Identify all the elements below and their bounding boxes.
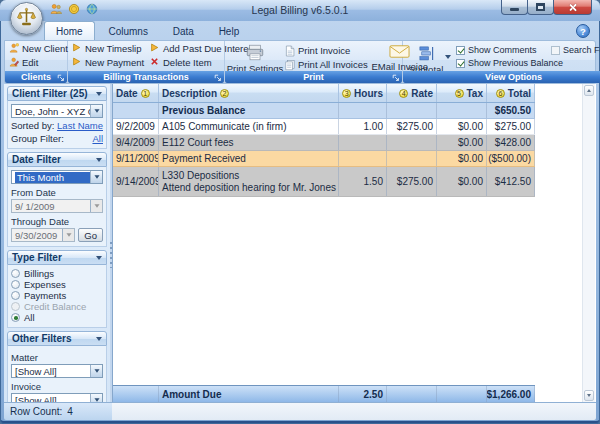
from-date-label: From Date	[11, 187, 103, 198]
dialog-launcher-icon[interactable]	[214, 73, 222, 81]
from-date-input[interactable]: 9/ 1/2009	[11, 199, 103, 213]
ribbon-item-label: Delete Item	[163, 57, 212, 68]
checkbox-icon	[456, 59, 465, 68]
invoice-select[interactable]: [Show All]	[11, 393, 103, 402]
edit-client-button[interactable]: Edit	[9, 57, 63, 67]
cell-date: 9/11/2009	[113, 151, 159, 166]
column-header-rate[interactable]: 4Rate	[387, 84, 437, 102]
radio-icon	[11, 313, 20, 322]
dropdown-button[interactable]	[90, 365, 102, 377]
minimize-button[interactable]	[501, 0, 528, 15]
cell-description: L330 DepositionsAttend deposition hearin…	[159, 167, 339, 196]
column-badge: 5	[455, 89, 464, 98]
client-filter-select[interactable]: Doe, John - XYZ Corporation	[11, 104, 103, 118]
tab-columns[interactable]: Columns	[97, 22, 158, 41]
globe-icon[interactable]	[86, 3, 98, 15]
ribbon-item-label: New Client	[22, 43, 68, 54]
client-filter-header[interactable]: Client Filter (25)	[7, 86, 107, 101]
dialog-launcher-icon[interactable]	[392, 73, 400, 81]
table-row[interactable]: 9/11/2009Payment Received$0.00($500.00)	[113, 151, 535, 167]
ribbon-group-billing-transactions: New TimeslipNew PaymentNew Expense Add P…	[68, 41, 225, 83]
cell-tax: $0.00	[437, 151, 487, 166]
other-filters-header[interactable]: Other Filters	[7, 331, 107, 346]
search-footer-checkbox[interactable]: Search Footer	[551, 45, 600, 55]
radio-credit-balance: Credit Balance	[11, 301, 103, 312]
table-row[interactable]: 9/14/2009L330 DepositionsAttend depositi…	[113, 167, 535, 197]
clients-icon[interactable]	[50, 3, 62, 15]
column-header-hours[interactable]: 3Hours	[339, 84, 387, 102]
column-header-tax[interactable]: 5Tax	[437, 84, 487, 102]
date-preset-value: This Month	[15, 172, 90, 183]
through-date-value: 9/30/2009	[15, 230, 62, 241]
grid-empty-area	[113, 197, 596, 385]
checkbox-show-previous-balance[interactable]: Show Previous Balance	[456, 58, 546, 68]
tab-home[interactable]: Home	[44, 21, 95, 40]
cell-description: E112 Court fees	[159, 135, 339, 150]
amount-due-total: $1,266.00	[487, 386, 535, 402]
ribbon-group-view-options: Subtotal Show CommentsShow Previous Bala…	[403, 41, 600, 83]
column-header-description[interactable]: Description2	[159, 84, 339, 102]
help-button[interactable]: ?	[576, 24, 590, 38]
app-menu-button[interactable]	[10, 2, 43, 35]
dropdown-button[interactable]	[90, 394, 102, 402]
radio-label: All	[24, 312, 35, 323]
table-row[interactable]: 9/2/2009A105 Communicate (in firm)1.00$2…	[113, 119, 535, 135]
radio-label: Expenses	[24, 279, 66, 290]
radio-icon	[11, 269, 20, 278]
table-row[interactable]: 9/4/2009E112 Court fees$0.00$428.00	[113, 135, 535, 151]
maximize-button[interactable]	[527, 0, 554, 15]
radio-all[interactable]: All	[11, 312, 103, 323]
calendar-dropdown-button[interactable]	[90, 200, 102, 212]
close-button[interactable]	[553, 0, 592, 15]
other-filter-fields: Matter[Show All]Invoice[Show All]Staff[S…	[7, 346, 107, 402]
column-header-label: Rate	[411, 88, 433, 99]
ribbon-item-label: New Payment	[85, 57, 144, 68]
checkbox-icon	[456, 46, 465, 55]
ribbon-item-new-timeslip[interactable]: New Timeslip	[72, 43, 144, 53]
cell-total: $412.50	[487, 167, 535, 196]
radio-expenses[interactable]: Expenses	[11, 279, 103, 290]
tab-help[interactable]: Help	[208, 22, 251, 41]
print-settings-button[interactable]: Print Settings	[229, 43, 281, 69]
column-header-date[interactable]: Date1	[113, 84, 159, 102]
new-client-button[interactable]: New Client	[9, 43, 63, 53]
through-date-input[interactable]: 9/30/2009	[11, 228, 75, 242]
chevron-down-icon	[94, 369, 99, 372]
dropdown-button[interactable]	[90, 105, 102, 117]
radio-billings[interactable]: Billings	[11, 268, 103, 279]
chevron-down-icon	[94, 109, 99, 112]
ribbon-item-new-payment[interactable]: New Payment	[72, 57, 144, 67]
close-icon	[567, 2, 578, 13]
sorted-by-label: Sorted by:	[11, 120, 54, 131]
scroll-down-button[interactable]	[584, 390, 594, 401]
subtotal-dropdown-arrow[interactable]	[445, 55, 451, 59]
ribbon-item-print-invoice[interactable]: Print Invoice	[285, 45, 368, 55]
type-filter-header[interactable]: Type Filter	[7, 250, 107, 265]
tab-data[interactable]: Data	[162, 22, 205, 41]
checkbox-show-comments[interactable]: Show Comments	[456, 45, 546, 55]
cell-hours: 1.00	[339, 119, 387, 134]
matter-select[interactable]: [Show All]	[11, 364, 103, 378]
calendar-dropdown-button[interactable]	[62, 229, 74, 241]
column-header-total[interactable]: 6Total	[487, 84, 535, 102]
footer-cell	[113, 386, 159, 402]
payment-icon[interactable]	[68, 3, 80, 15]
radio-payments[interactable]: Payments	[11, 290, 103, 301]
view-checks: Show CommentsShow Previous BalanceShow B…	[456, 43, 546, 69]
ribbon-item-print-all-invoices[interactable]: Print All Invoices	[285, 59, 368, 69]
cell-description: A105 Communicate (in firm)	[159, 119, 339, 134]
table-row[interactable]: Previous Balance$650.50	[113, 103, 535, 119]
date-preset-select[interactable]: This Month	[11, 170, 103, 184]
cell-total: $650.50	[487, 103, 535, 118]
invoice-value: [Show All]	[15, 395, 90, 403]
dialog-launcher-icon[interactable]	[57, 73, 65, 81]
group-filter-link[interactable]: All	[92, 133, 103, 144]
sorted-by-link[interactable]: Last Name	[57, 120, 103, 131]
column-badge: 4	[399, 89, 408, 98]
ribbon-item-label: New Timeslip	[85, 43, 142, 54]
vertical-scrollbar[interactable]	[582, 84, 595, 402]
scroll-up-button[interactable]	[584, 85, 594, 96]
go-button[interactable]: Go	[78, 228, 103, 242]
dropdown-button[interactable]	[90, 171, 102, 183]
date-filter-header[interactable]: Date Filter	[7, 152, 107, 167]
